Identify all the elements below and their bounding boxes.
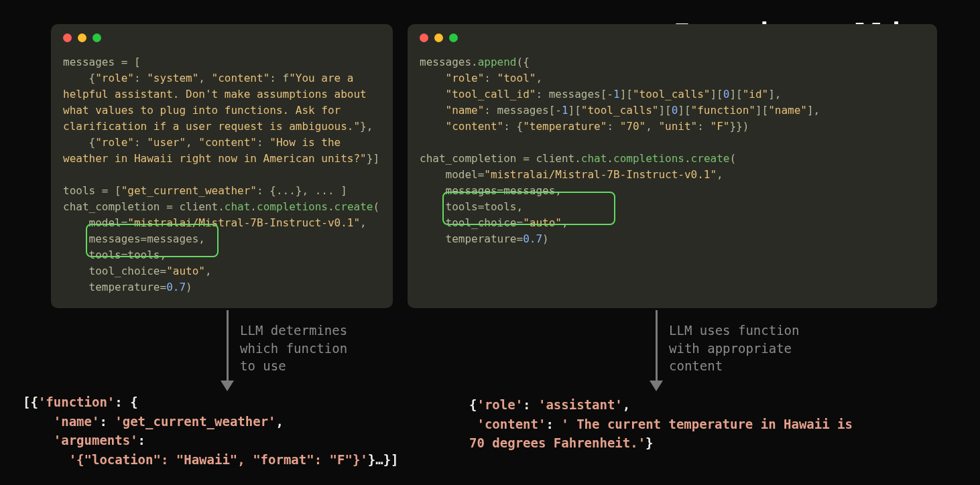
code-token	[420, 88, 446, 100]
code-token: :	[134, 136, 147, 149]
code-token: "user"	[147, 136, 186, 149]
code-token: '{"location": "Hawaii", "format": "F"}'	[69, 452, 368, 467]
code-token: {	[63, 72, 95, 84]
close-icon	[420, 33, 428, 42]
code-token: 0	[672, 104, 678, 117]
code-token: .	[684, 152, 691, 165]
minimize-icon	[434, 33, 443, 42]
code-token: .	[607, 152, 613, 165]
maximize-icon	[93, 33, 101, 42]
code-token: helpful assistant. Don't make assumption…	[63, 88, 373, 100]
code-token: ][	[620, 88, 633, 100]
code-token: ,	[536, 72, 542, 84]
code-token: tool_choice=	[420, 216, 523, 229]
code-token: completions	[613, 152, 684, 165]
output-right: {'role': 'assistant', 'content': ' The c…	[469, 395, 860, 453]
code-token: "name"	[768, 104, 807, 117]
code-token: 'role'	[477, 397, 523, 412]
arrow-head-icon	[221, 380, 234, 391]
code-token: "auto"	[166, 265, 205, 277]
code-token: "How is the	[269, 136, 347, 149]
minimize-icon	[78, 33, 86, 42]
code-token: : f	[269, 72, 289, 84]
code-token: model=	[63, 216, 127, 229]
code-token: ,	[198, 72, 211, 84]
code-token: :	[546, 417, 561, 431]
code-token: "id"	[743, 88, 769, 100]
code-token: }…}]	[368, 452, 399, 467]
code-token: "unit"	[658, 120, 697, 133]
page: Function-calling messages = [ {"role": "…	[0, 0, 980, 485]
code-token: : {	[115, 395, 137, 409]
code-token: "tool"	[497, 72, 536, 84]
code-token: 1	[562, 104, 568, 117]
code-token: "temperature"	[523, 120, 607, 133]
code-token: model=	[420, 168, 484, 181]
code-token: messages.	[420, 56, 478, 68]
code-token: },	[360, 120, 373, 133]
code-token	[23, 433, 54, 447]
code-token: ][	[710, 88, 723, 100]
code-token: create	[691, 152, 730, 165]
arrow-line	[656, 310, 658, 381]
code-token: {	[63, 136, 95, 149]
code-token: messages = [	[63, 56, 141, 68]
code-token: ,	[717, 168, 723, 181]
code-token	[420, 72, 446, 84]
code-token: chat	[581, 152, 607, 165]
code-token: "role"	[95, 72, 134, 84]
code-token	[23, 452, 69, 467]
code-token: .	[250, 200, 257, 213]
code-token: )	[186, 281, 192, 293]
code-token: "function"	[691, 104, 755, 117]
code-token: :	[134, 72, 147, 84]
code-token: 'get_current_weather'	[115, 414, 275, 429]
code-token: "mistralai/Mistral-7B-Instruct-v0.1"	[484, 168, 717, 181]
code-panel-left: messages = [ {"role": "system", "content…	[51, 24, 393, 308]
code-token: }]	[367, 152, 379, 165]
code-token: ][	[568, 104, 581, 117]
code-token: ,	[646, 120, 658, 133]
code-token: :	[484, 72, 497, 84]
code-token: "content"	[212, 72, 270, 84]
code-token: chat_completion = client.	[420, 152, 581, 165]
code-token: ],	[807, 104, 820, 117]
code-token: "content"	[446, 120, 504, 133]
code-token: :	[523, 397, 538, 412]
arrow-head-icon	[650, 380, 663, 391]
code-token: tools = [	[63, 184, 121, 197]
code-token: ][	[729, 88, 742, 100]
arrow-line	[227, 310, 229, 381]
code-token: "content"	[198, 136, 257, 149]
code-token: "tool_calls"	[581, 104, 659, 117]
code-token: weather in Hawaii right now in American …	[63, 152, 367, 165]
code-token: "role"	[95, 136, 134, 149]
output-left: [{'function': { 'name': 'get_current_wea…	[23, 393, 399, 469]
code-token: 'assistant'	[538, 397, 623, 412]
code-token: tool_choice=	[63, 265, 166, 277]
code-token: "tool_calls"	[633, 88, 711, 100]
code-token	[420, 120, 446, 133]
code-token: ,	[205, 265, 212, 277]
code-token: "get_current_weather"	[121, 184, 257, 197]
code-token: "role"	[446, 72, 485, 84]
code-token: }})	[729, 120, 749, 133]
code-token: :	[99, 414, 115, 429]
code-token: : messages[-	[536, 88, 613, 100]
code-token: ({	[517, 56, 530, 68]
code-token: )	[542, 232, 549, 245]
code-token: 0	[723, 88, 730, 100]
code-token	[23, 414, 54, 429]
code-token: : messages[-	[484, 104, 562, 117]
code-token: ][	[755, 104, 768, 117]
code-token: ],	[768, 88, 781, 100]
code-token: ][	[678, 104, 690, 117]
code-token: : {	[503, 120, 523, 133]
code-token	[469, 417, 477, 431]
code-token: : {...}, ... ]	[257, 184, 347, 197]
code-token: "system"	[147, 72, 198, 84]
code-token: ,	[186, 136, 198, 149]
arrow-right	[650, 310, 663, 391]
code-panel-right: messages.append({ "role": "tool", "tool_…	[408, 24, 937, 308]
code-token: clarification if a user request is ambig…	[63, 120, 360, 133]
